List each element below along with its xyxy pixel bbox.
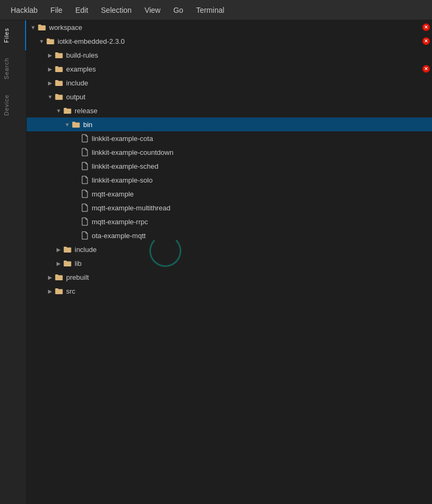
- menu-edit[interactable]: Edit: [69, 4, 94, 17]
- file-icon: [80, 147, 90, 157]
- tree-item-output[interactable]: ▼output: [27, 90, 432, 104]
- chevron-icon[interactable]: ▼: [46, 92, 54, 101]
- file-icon: [80, 175, 90, 185]
- tree-item-label: src: [66, 287, 428, 295]
- tree-item-label: linkkit-example-solo: [92, 176, 428, 184]
- file-icon: [80, 161, 90, 171]
- tree-item-src[interactable]: ▶src: [27, 284, 432, 298]
- tree-item-build-rules[interactable]: ▶build-rules: [27, 48, 432, 62]
- tree-item-label: linkkit-example-countdown: [92, 148, 428, 156]
- tree-item-file6[interactable]: mqtt-example-multithread: [27, 201, 432, 215]
- tree-item-iotkit[interactable]: ▼iotkit-embedded-2.3.0✕: [27, 34, 432, 48]
- folder-icon: [54, 50, 64, 60]
- chevron-icon[interactable]: ▶: [46, 287, 54, 295]
- tree-item-label: linkkit-example-cota: [92, 135, 428, 143]
- menu-go[interactable]: Go: [167, 4, 190, 17]
- activity-device[interactable]: Device: [0, 87, 26, 123]
- tree-item-file1[interactable]: linkkit-example-cota: [27, 131, 432, 145]
- tree-item-label: lib: [75, 259, 428, 267]
- chevron-icon[interactable]: ▼: [63, 120, 71, 129]
- chevron-icon[interactable]: ▶: [54, 259, 63, 267]
- menu-selection[interactable]: Selection: [94, 4, 138, 17]
- tree-item-file7[interactable]: mqtt-example-rrpc: [27, 215, 432, 229]
- folder-icon: [54, 78, 64, 88]
- tree-item-label: examples: [66, 65, 428, 73]
- chevron-icon[interactable]: ▼: [37, 37, 46, 45]
- menu-terminal[interactable]: Terminal: [190, 4, 231, 17]
- tree-item-file8[interactable]: ota-example-mqtt: [27, 229, 432, 242]
- tree-item-file5[interactable]: mqtt-example: [27, 187, 432, 201]
- tree-item-label: bin: [83, 121, 428, 129]
- tree-item-file2[interactable]: linkkit-example-countdown: [27, 145, 432, 159]
- tree-item-label: linkkit-example-sched: [92, 162, 428, 170]
- chevron-icon[interactable]: ▼: [29, 23, 37, 32]
- activity-bar: Files Search Device: [0, 20, 27, 504]
- tree-item-file3[interactable]: linkkit-example-sched: [27, 159, 432, 173]
- chevron-icon[interactable]: ▼: [54, 106, 63, 115]
- tree-item-label: workspace: [49, 23, 428, 32]
- chevron-icon[interactable]: ▶: [54, 245, 63, 254]
- menu-file[interactable]: File: [44, 4, 69, 17]
- error-badge: ✕: [422, 23, 430, 31]
- menubar: Hacklab File Edit Selection View Go Term…: [0, 0, 432, 20]
- activity-files[interactable]: Files: [0, 20, 26, 50]
- tree-item-bin[interactable]: ▼bin: [27, 117, 432, 131]
- tree-item-label: include: [75, 246, 428, 254]
- chevron-icon[interactable]: ▶: [46, 65, 54, 73]
- file-icon: [80, 189, 90, 199]
- main-layout: Files Search Device ▼workspace✕▼iotkit-e…: [0, 20, 432, 504]
- folder-icon: [54, 272, 64, 282]
- tree-item-release[interactable]: ▼release: [27, 104, 432, 117]
- tree-item-label: ota-example-mqtt: [92, 232, 428, 240]
- tree-item-label: mqtt-example-rrpc: [92, 218, 428, 226]
- file-icon: [80, 217, 90, 226]
- menu-hacklab[interactable]: Hacklab: [4, 4, 44, 17]
- folder-icon: [54, 64, 64, 74]
- tree-item-workspace[interactable]: ▼workspace✕: [27, 20, 432, 34]
- activity-search[interactable]: Search: [0, 50, 26, 87]
- tree-item-label: iotkit-embedded-2.3.0: [58, 37, 428, 45]
- tree-item-label: mqtt-example-multithread: [92, 204, 428, 212]
- file-icon: [80, 231, 90, 240]
- folder-icon: [54, 92, 64, 101]
- folder-icon: [63, 106, 73, 115]
- folder-icon: [37, 22, 47, 32]
- explorer-panel[interactable]: ▼workspace✕▼iotkit-embedded-2.3.0✕▶build…: [27, 20, 432, 504]
- tree-item-include[interactable]: ▶include: [27, 76, 432, 90]
- file-icon: [80, 133, 90, 143]
- tree-item-examples[interactable]: ▶examples✕: [27, 62, 432, 76]
- tree-item-file4[interactable]: linkkit-example-solo: [27, 173, 432, 187]
- chevron-icon[interactable]: ▶: [46, 273, 54, 281]
- folder-icon: [46, 36, 55, 46]
- tree-item-label: build-rules: [66, 51, 428, 59]
- chevron-icon[interactable]: ▶: [46, 78, 54, 87]
- chevron-icon[interactable]: ▶: [46, 51, 54, 59]
- folder-icon: [54, 286, 64, 296]
- folder-icon: [63, 258, 73, 268]
- error-badge: ✕: [422, 37, 430, 45]
- tree-item-label: release: [75, 107, 428, 115]
- tree-item-include2[interactable]: ▶include: [27, 242, 432, 256]
- tree-item-label: mqtt-example: [92, 190, 428, 198]
- file-icon: [80, 203, 90, 212]
- tree-item-prebuilt[interactable]: ▶prebuilt: [27, 270, 432, 284]
- error-badge: ✕: [422, 65, 430, 73]
- tree-item-lib[interactable]: ▶lib: [27, 256, 432, 270]
- tree-item-label: prebuilt: [66, 273, 428, 281]
- folder-icon: [71, 120, 81, 129]
- menu-view[interactable]: View: [138, 4, 167, 17]
- tree-item-label: include: [66, 79, 428, 87]
- tree-item-label: output: [66, 93, 428, 101]
- folder-icon: [63, 245, 73, 254]
